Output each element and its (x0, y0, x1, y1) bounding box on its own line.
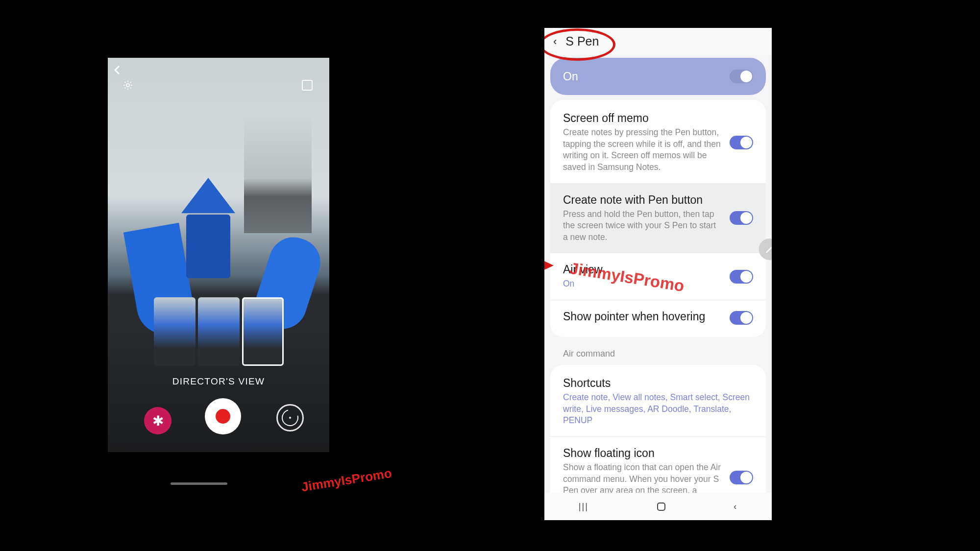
toggle-floating-icon[interactable] (730, 471, 753, 484)
row-sub: Create note, View all notes, Smart selec… (563, 392, 753, 427)
watermark: JimmyIsPromo (300, 466, 393, 495)
toggle-air-view[interactable] (730, 270, 753, 284)
picture-in-picture-preview[interactable] (244, 112, 312, 233)
row-title: Screen off memo (563, 112, 723, 125)
row-create-note-pen[interactable]: Create note with Pen button Press and ho… (550, 183, 766, 253)
lens-thumb-wide[interactable] (154, 297, 196, 366)
page-title: S Pen (565, 34, 599, 48)
settings-header: ‹ S Pen (544, 28, 772, 55)
svg-point-0 (126, 84, 129, 87)
row-title: Shortcuts (563, 377, 753, 390)
camera-mode-label[interactable]: DIRECTOR'S VIEW (108, 376, 329, 387)
recents-icon[interactable]: ||| (579, 502, 588, 512)
toggle-create-note-pen[interactable] (730, 211, 753, 225)
card-memo: Screen off memo Create notes by pressing… (550, 100, 766, 337)
row-shortcuts[interactable]: Shortcuts Create note, View all notes, S… (550, 367, 766, 436)
row-sub: Press and hold the Pen button, then tap … (563, 209, 723, 243)
settings-gear-icon[interactable] (122, 80, 133, 91)
lens-thumbnails (154, 297, 284, 366)
row-air-view[interactable]: Air view On (550, 253, 766, 300)
aspect-ratio-icon[interactable] (302, 80, 313, 91)
master-toggle-card[interactable]: On (550, 58, 766, 95)
row-show-pointer[interactable]: Show pointer when hovering (550, 300, 766, 335)
annotation-arrow (544, 260, 554, 271)
switch-camera-button[interactable] (276, 404, 304, 431)
toggle-screen-off-memo[interactable] (730, 136, 753, 149)
master-toggle[interactable] (730, 70, 753, 83)
home-icon[interactable] (657, 503, 665, 511)
row-title: Show pointer when hovering (563, 310, 723, 323)
row-sub: On (563, 278, 723, 290)
row-sub: Create notes by pressing the Pen button,… (563, 127, 723, 173)
lens-thumb-main[interactable] (198, 297, 240, 366)
camera-app: DIRECTOR'S VIEW ✱ (108, 48, 329, 450)
row-title: Create note with Pen button (563, 193, 723, 207)
record-dot-icon (216, 409, 230, 424)
back-nav-icon[interactable]: ‹ (734, 502, 737, 512)
gallery-button[interactable]: ✱ (144, 407, 172, 434)
master-toggle-label: On (563, 70, 578, 83)
record-button[interactable] (205, 398, 241, 434)
row-title: Air view (563, 263, 723, 276)
toggle-show-pointer[interactable] (730, 311, 753, 325)
switch-camera-icon (279, 407, 301, 429)
row-screen-off-memo[interactable]: Screen off memo Create notes by pressing… (550, 102, 766, 183)
home-indicator[interactable] (171, 482, 227, 485)
camera-controls: ✱ (108, 398, 329, 445)
row-title: Show floating icon (563, 447, 723, 460)
section-label-air-command: Air command (544, 342, 772, 360)
navigation-bar: ||| ‹ (544, 493, 772, 520)
settings-screen: ‹ S Pen On Screen off memo Create notes … (544, 28, 772, 520)
lens-thumb-tele[interactable] (242, 297, 284, 366)
back-icon[interactable]: ‹ (553, 35, 557, 48)
back-arrow-icon[interactable] (112, 64, 125, 78)
camera-viewfinder[interactable]: DIRECTOR'S VIEW (108, 58, 329, 452)
